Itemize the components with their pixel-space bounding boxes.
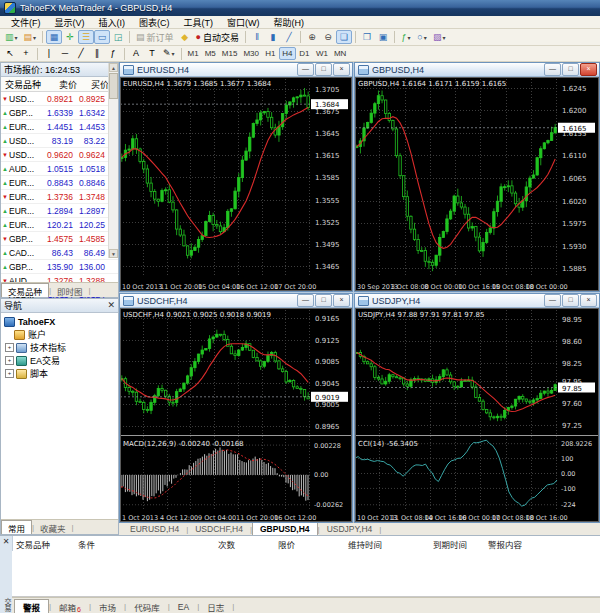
chart-window-titlebar[interactable]: GBPUSD,H4—□× (355, 63, 599, 77)
close-icon[interactable]: × (333, 63, 350, 76)
market-watch-row[interactable]: ▲EUR...120.21120.25 (1, 218, 118, 232)
candlestick-chart-button[interactable]: ▮ (265, 30, 281, 44)
menu-item-0[interactable]: 文件(F) (4, 16, 48, 29)
timeframe-m30-button[interactable]: M30 (240, 47, 262, 60)
shapes-menu-button[interactable]: ✎▾ (160, 47, 178, 61)
market-watch-tab-0[interactable]: 交易品种 (1, 283, 49, 297)
chart-canvas[interactable]: 1.37051.36751.36451.36151.35851.35551.35… (120, 77, 352, 291)
navigator-item-2[interactable]: +EA交易 (1, 354, 118, 367)
market-watch-row[interactable]: ▼EUR...1.37361.3748 (1, 190, 118, 204)
chart-canvas[interactable]: 98.9598.6098.2597.9597.6097.2597.85USDJP… (355, 308, 599, 522)
timeframe-m15-button[interactable]: M15 (219, 47, 241, 60)
chart-window-titlebar[interactable]: EURUSD,H4—□× (120, 63, 352, 77)
scrollbar-thumb[interactable] (109, 73, 118, 99)
close-icon[interactable]: × (333, 294, 350, 307)
menu-item-5[interactable]: 窗口(W) (220, 16, 267, 29)
crosshair-button[interactable]: + (18, 47, 34, 61)
new-chart-button[interactable]: ▥▾ (2, 30, 21, 44)
market-watch-row[interactable]: ▼USD...0.96200.9624 (1, 148, 118, 162)
restore-icon[interactable]: □ (562, 63, 579, 76)
market-watch-row[interactable]: ▲EUR...1.28941.2897 (1, 204, 118, 218)
navigator-item-3[interactable]: +脚本 (1, 367, 118, 380)
market-watch-row[interactable]: ▲EUR...1.44511.4453 (1, 120, 118, 134)
trendline-button[interactable]: ╱ (73, 47, 89, 61)
text-button[interactable]: A (128, 47, 144, 61)
channel-button[interactable]: ∥ (89, 47, 105, 61)
text-label-button[interactable]: T (144, 47, 160, 61)
market-watch-row[interactable]: ▲EUR...0.88430.8846 (1, 176, 118, 190)
indicators-menu-button[interactable]: ƒ▾ (398, 30, 414, 44)
chart-window-titlebar[interactable]: USDCHF,H4—□× (120, 294, 352, 308)
navigator-item-0[interactable]: 账户 (1, 328, 118, 341)
navigator-tab-1[interactable]: 收藏夹 (34, 521, 72, 534)
chart-canvas[interactable]: 1.62451.62001.61551.61101.60651.60201.59… (355, 77, 599, 291)
close-icon[interactable]: ✕ (107, 301, 115, 310)
chart-tab-gbpusd[interactable]: GBPUSD,H4 (252, 522, 318, 535)
timeframe-mn-button[interactable]: MN (331, 47, 349, 60)
zoom-out-button[interactable]: ⊖ (320, 30, 336, 44)
chart-tab-usdchf[interactable]: USDCHF,H4 (188, 523, 250, 535)
timeframe-m5-button[interactable]: M5 (202, 47, 219, 60)
profiles-button[interactable]: ▤▾ (21, 30, 40, 44)
expand-icon[interactable]: + (5, 343, 14, 352)
restore-icon[interactable]: □ (562, 294, 579, 307)
zoom-in-button[interactable]: ⊕ (304, 30, 320, 44)
terminal-tab-2[interactable]: 市场 (91, 600, 124, 613)
terminal-tab-4[interactable]: EA (170, 600, 197, 613)
horizontal-line-button[interactable]: ─ (57, 47, 73, 61)
scroll-down-icon[interactable]: ▼ (109, 249, 118, 258)
periods-menu-button[interactable]: ○▾ (414, 30, 430, 44)
timeframe-d1-button[interactable]: D1 (296, 47, 313, 60)
autotrading-toggle[interactable]: ●自动交易 (193, 30, 242, 44)
timeframe-m1-button[interactable]: M1 (185, 47, 202, 60)
close-icon[interactable]: × (580, 63, 597, 76)
close-icon[interactable]: ✕ (0, 537, 12, 546)
navigator-tab-0[interactable]: 常用 (1, 520, 32, 534)
restore-icon[interactable]: □ (315, 63, 332, 76)
market-watch-row[interactable]: ▼USD...0.89210.8925 (1, 92, 118, 106)
minimize-icon[interactable]: — (297, 294, 314, 307)
fibonacci-button[interactable]: ƒ (105, 47, 121, 61)
market-watch-row[interactable]: ▲AUD...1.05151.0518 (1, 162, 118, 176)
menu-item-6[interactable]: 帮助(H) (267, 16, 312, 29)
new-order-button[interactable]: ▤新订单 (133, 30, 177, 44)
chart-tab-eurusd[interactable]: EURUSD,H4 (123, 523, 186, 535)
arrange-windows-button[interactable]: ▣ (375, 30, 391, 44)
tile-windows-button[interactable]: ❏ (336, 30, 352, 44)
market-watch-tab-1[interactable]: 即时图 (51, 284, 89, 297)
menu-item-4[interactable]: 工具(T) (177, 16, 221, 29)
market-watch-row[interactable]: ▲GBP...135.90136.00 (1, 260, 118, 274)
close-icon[interactable]: × (580, 294, 597, 307)
restore-icon[interactable]: □ (315, 294, 332, 307)
terminal-tab-5[interactable]: 日志 (199, 600, 232, 613)
metaeditor-button[interactable]: ◆ (177, 30, 193, 44)
market-watch-row[interactable]: ▲CAD...86.4386.49 (1, 246, 118, 260)
navigator-toggle[interactable]: ☰ (78, 30, 94, 44)
data-window-toggle[interactable]: ✛ (62, 30, 78, 44)
cascade-windows-button[interactable]: ❐ (359, 30, 375, 44)
expand-icon[interactable]: + (5, 369, 14, 378)
terminal-tab-trade[interactable]: 交易 (0, 597, 12, 613)
terminal-tab-0[interactable]: 警报 (14, 599, 49, 613)
timeframe-h1-button[interactable]: H1 (262, 47, 279, 60)
chart-window-titlebar[interactable]: USDJPY,H4—□× (355, 294, 599, 308)
line-chart-button[interactable]: ╱ (281, 30, 297, 44)
strategy-tester-toggle[interactable]: ◲ (110, 30, 126, 44)
minimize-icon[interactable]: — (544, 63, 561, 76)
menu-item-3[interactable]: 图表(C) (132, 16, 177, 29)
templates-menu-button[interactable]: ▨▾ (430, 30, 449, 44)
minimize-icon[interactable]: — (544, 294, 561, 307)
navigator-item-1[interactable]: +技术指标 (1, 341, 118, 354)
terminal-tab-1[interactable]: 邮箱6 (51, 600, 89, 613)
market-watch-row[interactable]: ▼GBP...1.45751.4585 (1, 232, 118, 246)
market-watch-row[interactable]: ▲GBP...1.63391.6342 (1, 106, 118, 120)
expand-icon[interactable]: + (5, 356, 14, 365)
market-watch-scrollbar[interactable]: ▲ ▼ (108, 63, 118, 258)
timeframe-w1-button[interactable]: W1 (313, 47, 331, 60)
terminal-toggle[interactable]: ▭ (94, 30, 110, 44)
terminal-tab-3[interactable]: 代码库 (126, 600, 168, 613)
market-watch-row[interactable]: ▲USD...83.1983.22 (1, 134, 118, 148)
timeframe-h4-button[interactable]: H4 (279, 47, 296, 60)
menu-item-2[interactable]: 插入(I) (92, 16, 133, 29)
minimize-icon[interactable]: — (297, 63, 314, 76)
